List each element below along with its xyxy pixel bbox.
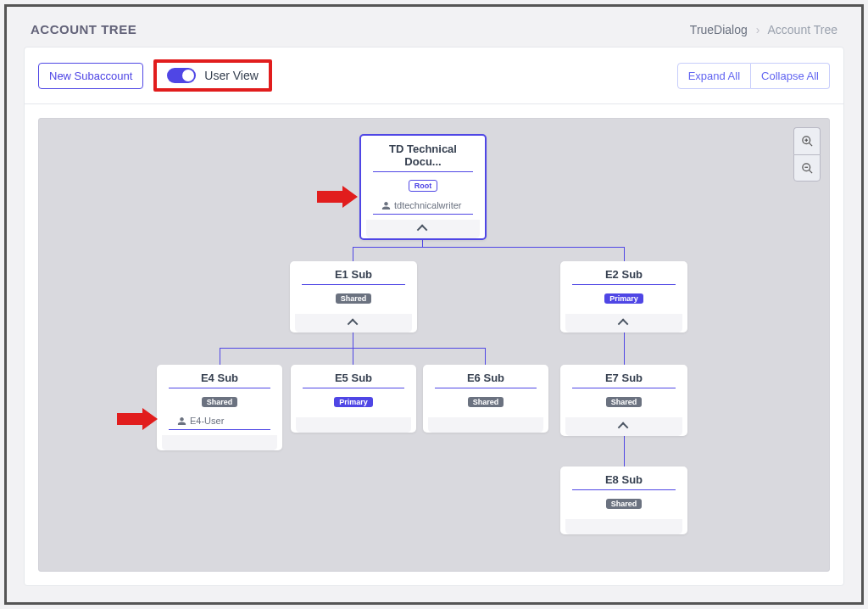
user-icon	[381, 201, 391, 210]
node-title: E1 Sub	[302, 268, 405, 285]
node-footer[interactable]	[296, 417, 411, 433]
chevron-up-icon	[620, 317, 628, 329]
zoom-in-button[interactable]	[793, 127, 821, 154]
node-title: E4 Sub	[169, 372, 270, 388]
node-title: E7 Sub	[572, 372, 676, 388]
node-title: E6 Sub	[435, 372, 537, 388]
tree-node-e1[interactable]: E1 Sub Shared	[290, 261, 417, 332]
badge-shared: Shared	[202, 397, 238, 407]
node-user: tdtechnicalwriter	[373, 197, 473, 215]
red-arrow-annotation	[317, 186, 358, 208]
svg-line-1	[809, 142, 812, 146]
tree-node-e7[interactable]: E7 Sub Shared	[560, 365, 687, 436]
tree-node-e2[interactable]: E2 Sub Primary	[560, 261, 687, 332]
chevron-up-icon	[620, 421, 628, 433]
tree-node-root[interactable]: TD Technical Docu... Root tdtechnicalwri…	[359, 134, 487, 240]
collapse-all-button[interactable]: Collapse All	[751, 63, 830, 89]
user-view-toggle[interactable]: User View	[153, 59, 272, 92]
tree-canvas[interactable]: TD Technical Docu... Root tdtechnicalwri…	[38, 118, 830, 572]
tree-node-e6[interactable]: E6 Sub Shared	[423, 365, 548, 433]
toggle-switch-icon[interactable]	[167, 68, 196, 83]
chevron-up-icon	[420, 223, 427, 235]
badge-shared: Shared	[606, 499, 643, 509]
node-footer[interactable]	[565, 519, 682, 534]
node-title: E8 Sub	[572, 473, 676, 490]
node-footer[interactable]	[428, 417, 543, 433]
node-footer[interactable]	[162, 435, 277, 450]
collapse-toggle[interactable]	[295, 314, 412, 332]
magnify-minus-icon	[801, 162, 814, 175]
badge-primary: Primary	[334, 397, 373, 407]
node-user: E4-User	[169, 412, 270, 430]
tree-node-e5[interactable]: E5 Sub Primary	[291, 365, 416, 433]
expand-all-button[interactable]: Expand All	[677, 63, 751, 89]
collapse-toggle[interactable]	[565, 314, 682, 332]
collapse-toggle[interactable]	[565, 417, 682, 436]
badge-primary: Primary	[604, 293, 643, 304]
new-subaccount-button[interactable]: New Subaccount	[38, 63, 143, 89]
zoom-out-button[interactable]	[793, 154, 821, 182]
node-title: E2 Sub	[572, 268, 676, 285]
breadcrumb-parent[interactable]: TrueDialog	[690, 23, 748, 36]
collapse-toggle[interactable]	[366, 220, 480, 238]
user-icon	[177, 416, 186, 426]
user-view-label: User View	[204, 69, 259, 82]
page-title: ACCOUNT TREE	[31, 22, 136, 36]
badge-shared: Shared	[606, 397, 643, 407]
tree-node-e8[interactable]: E8 Sub Shared	[560, 467, 687, 534]
badge-shared: Shared	[336, 293, 372, 304]
magnify-plus-icon	[801, 135, 814, 148]
node-title: TD Technical Docu...	[373, 142, 473, 172]
badge-shared: Shared	[468, 397, 504, 407]
breadcrumb-current: Account Tree	[768, 23, 838, 36]
node-title: E5 Sub	[303, 372, 404, 388]
breadcrumb: TrueDialog › Account Tree	[690, 23, 837, 36]
tree-node-e4[interactable]: E4 Sub Shared E4-User	[157, 365, 282, 450]
badge-root: Root	[409, 180, 438, 192]
red-arrow-annotation	[117, 408, 158, 430]
chevron-right-icon: ›	[756, 23, 760, 36]
svg-line-5	[809, 170, 812, 173]
chevron-up-icon	[350, 317, 358, 329]
